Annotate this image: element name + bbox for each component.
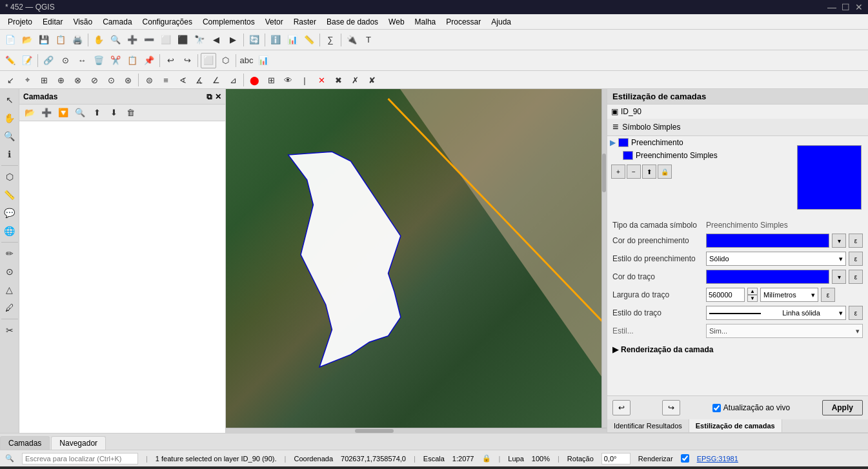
select-rect-btn[interactable]: ⬜ — [201, 53, 216, 68]
copy-btn[interactable]: 📋 — [125, 53, 140, 68]
add-symbol-btn[interactable]: + — [611, 165, 625, 179]
identify-map-btn[interactable]: ℹ — [1, 146, 18, 163]
vertex-btn[interactable]: △ — [1, 281, 18, 298]
print-btn[interactable]: 🖨️ — [70, 32, 85, 48]
layers-remove-btn[interactable]: 🗑 — [123, 105, 138, 121]
previous-extent-btn[interactable]: ◀ — [208, 32, 224, 48]
stroke-color-picker[interactable] — [706, 270, 829, 284]
locate-input[interactable] — [22, 453, 138, 464]
layers-add-btn[interactable]: ➕ — [39, 105, 54, 121]
label-btn[interactable]: T — [361, 32, 376, 48]
stroke-width-input[interactable]: 560000 — [706, 288, 745, 302]
zoom-out-btn[interactable]: ➖ — [141, 32, 157, 48]
tab-estilizacao[interactable]: Estilização de camadas — [689, 419, 782, 432]
fill-color-picker[interactable] — [706, 234, 829, 248]
save-project-btn[interactable]: 💾 — [36, 32, 52, 48]
select-map-btn[interactable]: ⬡ — [1, 168, 18, 185]
maximize-btn[interactable]: ☐ — [842, 2, 850, 12]
select-btn[interactable]: 📊 — [285, 32, 300, 48]
layers-header-controls[interactable]: ⧉ ✕ — [207, 92, 221, 101]
stroke-color-dropdown-btn[interactable]: ▾ — [832, 270, 846, 284]
label-tool-btn[interactable]: abc — [239, 53, 254, 68]
identify-btn[interactable]: ℹ️ — [268, 32, 283, 48]
layers-float-btn[interactable]: ⧉ — [207, 92, 212, 101]
redo-style-btn[interactable]: ↪ — [662, 400, 680, 415]
autoupdate-checkbox[interactable] — [712, 404, 721, 412]
zoom-layer-btn[interactable]: ⬜ — [158, 32, 174, 48]
fill-style-dropdown[interactable]: Sólido ▾ — [706, 252, 846, 266]
adv-snap-6[interactable]: ⊿ — [225, 72, 241, 88]
adv-tool-5[interactable]: ✖ — [330, 72, 346, 88]
new-project-btn[interactable]: 📄 — [3, 32, 18, 48]
adv-btn-3[interactable]: ⊞ — [36, 72, 52, 88]
epsg-btn[interactable]: EPSG:31981 — [697, 455, 738, 463]
snap-btn[interactable]: 🔗 — [41, 53, 56, 68]
adv-tool-6[interactable]: ✗ — [347, 72, 363, 88]
menu-projeto[interactable]: Projeto — [3, 16, 37, 28]
menu-vetor[interactable]: Vetor — [260, 16, 288, 28]
menu-camada[interactable]: Camada — [97, 16, 137, 28]
tab-navegador[interactable]: Navegador — [51, 436, 106, 450]
stroke-color-expr-btn[interactable]: ε — [849, 270, 863, 284]
fill-color-dropdown-btn[interactable]: ▾ — [832, 234, 846, 248]
fill-style-expr-btn[interactable]: ε — [849, 252, 863, 266]
adv-snap-3[interactable]: ∢ — [175, 72, 190, 88]
measure-map-btn[interactable]: 📏 — [1, 186, 18, 203]
menu-processar[interactable]: Processar — [441, 16, 486, 28]
save-as-btn[interactable]: 📋 — [53, 32, 68, 48]
adv-tool-2[interactable]: 👁 — [280, 72, 296, 88]
stroke-style-expr-btn[interactable]: ε — [849, 306, 863, 320]
menu-configuracoes[interactable]: Configurações — [137, 16, 197, 28]
extra-dropdown[interactable]: Sim... ▾ — [706, 324, 863, 338]
pan-map-btn[interactable]: ✋ — [1, 110, 18, 126]
node-map-btn[interactable]: ⊙ — [1, 263, 18, 280]
apply-btn[interactable]: Apply — [822, 400, 863, 415]
remove-symbol-btn[interactable]: − — [627, 165, 641, 179]
adv-tool-4[interactable]: ✕ — [314, 72, 329, 88]
undo-edit-btn[interactable]: ↩ — [163, 53, 178, 68]
undo-style-btn[interactable]: ↩ — [612, 400, 631, 415]
move-btn[interactable]: ↔ — [74, 53, 90, 68]
plugins-btn[interactable]: 🔌 — [344, 32, 359, 48]
annotate-btn[interactable]: 💬 — [1, 205, 18, 221]
open-project-btn[interactable]: 📂 — [19, 32, 35, 48]
minimize-btn[interactable]: — — [827, 2, 836, 12]
stroke-unit-dropdown[interactable]: Milímetros ▾ — [760, 288, 818, 302]
stroke-style-dropdown[interactable]: Linha sólida ▾ — [706, 306, 846, 320]
tab-camadas[interactable]: Camadas — [0, 436, 50, 450]
zoom-btn[interactable]: 🔍 — [108, 32, 123, 48]
adv-snap-1[interactable]: ⊜ — [141, 72, 157, 88]
digitize-btn[interactable]: ✏️ — [3, 53, 18, 68]
adv-tool-1[interactable]: ⊞ — [263, 72, 279, 88]
adv-tool-3[interactable]: | — [297, 72, 312, 88]
map-area[interactable] — [226, 89, 607, 433]
menu-complementos[interactable]: Complementos — [197, 16, 260, 28]
close-btn[interactable]: ✕ — [855, 2, 863, 12]
adv-btn-2[interactable]: ⌖ — [19, 72, 35, 88]
edit-map-btn[interactable]: ✏ — [1, 245, 18, 262]
adv-btn-8[interactable]: ⊛ — [120, 72, 136, 88]
lock-symbol-btn[interactable]: 🔒 — [658, 165, 672, 179]
adv-btn-7[interactable]: ⊙ — [103, 72, 119, 88]
layers-expand-btn[interactable]: ⬆ — [89, 105, 105, 121]
select-poly-btn[interactable]: ⬡ — [217, 53, 233, 68]
render-checkbox[interactable] — [681, 454, 689, 463]
stroke-width-down[interactable]: ▼ — [747, 295, 758, 302]
layers-content[interactable] — [19, 121, 225, 433]
menu-raster[interactable]: Raster — [288, 16, 321, 28]
menu-base-dados[interactable]: Base de dados — [321, 16, 383, 28]
symbol-tree-row-simple[interactable]: Preenchimento Simples — [620, 149, 791, 162]
delete-btn[interactable]: 🗑️ — [91, 53, 106, 68]
draw-btn[interactable]: 🖊 — [1, 299, 18, 316]
adv-snap-5[interactable]: ∠ — [208, 72, 224, 88]
menu-visao[interactable]: Visão — [68, 16, 97, 28]
next-extent-btn[interactable]: ▶ — [225, 32, 241, 48]
redo-edit-btn[interactable]: ↪ — [179, 53, 195, 68]
render-header[interactable]: ▶ Renderização da camada — [612, 343, 863, 357]
layers-search-btn[interactable]: 🔍 — [72, 105, 88, 121]
node-btn[interactable]: ⊙ — [57, 53, 73, 68]
layers-collapse-btn[interactable]: ⬇ — [106, 105, 121, 121]
pan-btn[interactable]: ✋ — [91, 32, 106, 48]
menu-ajuda[interactable]: Ajuda — [486, 16, 516, 28]
adv-snap-4[interactable]: ∡ — [192, 72, 207, 88]
